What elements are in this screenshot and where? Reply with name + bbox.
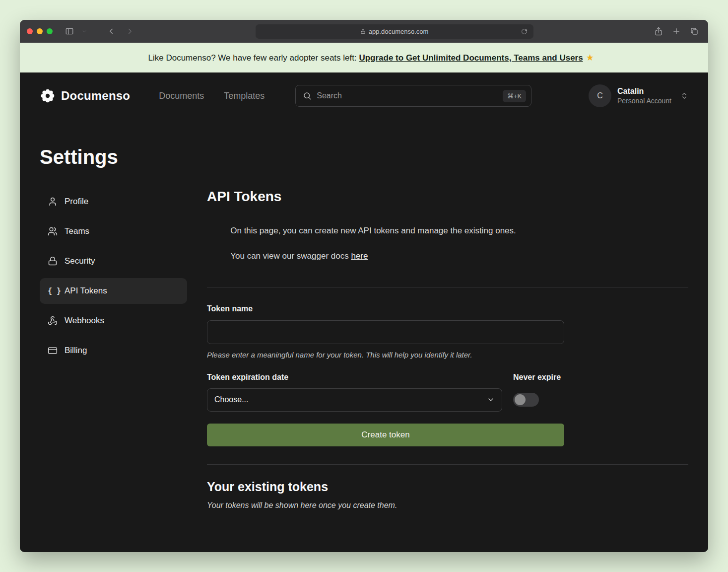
url-text: app.documenso.com: [369, 28, 429, 35]
account-labels: Catalin Personal Account: [617, 86, 671, 106]
forward-button[interactable]: [123, 24, 137, 39]
credit-card-icon: [48, 346, 58, 356]
promo-banner: Like Documenso? We have few early adopte…: [20, 43, 708, 72]
sidebar-item-label: Billing: [65, 346, 87, 356]
existing-tokens-title: Your existing tokens: [207, 480, 688, 494]
address-bar[interactable]: app.documenso.com: [256, 24, 533, 39]
api-tokens-panel: API Tokens On this page, you can create …: [207, 189, 688, 510]
sidebar-item-label: Security: [65, 256, 95, 266]
description-line2: You can view our swagger docs: [230, 251, 351, 261]
sidebar-item-webhooks[interactable]: Webhooks: [40, 308, 187, 334]
expiration-label: Token expiration date: [207, 373, 502, 382]
settings-layout: Profile Teams Security { } API Tokens We…: [40, 189, 688, 510]
sidebar-item-profile[interactable]: Profile: [40, 189, 187, 214]
users-icon: [48, 226, 58, 236]
user-icon: [48, 197, 58, 207]
description-line1: On this page, you can create new API tok…: [230, 226, 516, 235]
chrome-right-controls: [652, 24, 701, 39]
top-nav: Documents Templates: [159, 91, 265, 101]
brand-logo[interactable]: Documenso: [40, 88, 130, 104]
sidebar-item-label: Teams: [65, 226, 89, 236]
account-type: Personal Account: [617, 96, 671, 106]
webhook-icon: [48, 316, 58, 326]
expiration-row: Token expiration date Never expire Choos…: [207, 373, 564, 412]
expiration-select[interactable]: Choose...: [207, 388, 502, 412]
swagger-docs-link[interactable]: here: [351, 251, 368, 261]
panel-description: On this page, you can create new API tok…: [207, 212, 688, 275]
sidebar-item-label: API Tokens: [65, 286, 107, 296]
account-name: Catalin: [617, 86, 671, 97]
chevron-down-icon: [487, 396, 495, 404]
lock-icon: [360, 29, 366, 34]
chevrons-up-down-icon: [680, 92, 688, 100]
app-header: Documenso Documents Templates ⌘+K C Cata…: [40, 72, 688, 119]
sidebar-item-teams[interactable]: Teams: [40, 218, 187, 244]
back-button[interactable]: [104, 24, 118, 39]
existing-tokens-empty-text: Your tokens will be shown here once you …: [207, 501, 688, 510]
nav-documents[interactable]: Documents: [159, 91, 204, 101]
zoom-button[interactable]: [47, 28, 53, 34]
chrome-left-controls: [63, 24, 137, 39]
minimize-button[interactable]: [37, 28, 43, 34]
page-title: Settings: [40, 146, 688, 168]
expiration-value: Choose...: [214, 395, 248, 404]
sidebar-item-billing[interactable]: Billing: [40, 338, 187, 363]
search-icon: [303, 91, 312, 100]
sidebar-item-security[interactable]: Security: [40, 248, 187, 274]
never-expire-label: Never expire: [513, 373, 564, 382]
search-box[interactable]: ⌘+K: [295, 85, 531, 107]
braces-icon: { }: [48, 286, 58, 295]
avatar: C: [589, 84, 611, 107]
sidebar-item-api-tokens[interactable]: { } API Tokens: [40, 278, 187, 304]
search-input[interactable]: [317, 91, 498, 100]
settings-sidebar: Profile Teams Security { } API Tokens We…: [40, 189, 187, 510]
divider: [207, 287, 688, 287]
chevron-down-icon[interactable]: [77, 24, 91, 39]
promo-text: Like Documenso? We have few early adopte…: [148, 53, 359, 63]
star-icon: ★: [586, 53, 594, 63]
toggle-knob: [515, 394, 526, 405]
refresh-icon[interactable]: [518, 24, 531, 39]
upgrade-link[interactable]: Upgrade to Get Unlimited Documents, Team…: [359, 53, 583, 63]
close-button[interactable]: [27, 28, 33, 34]
nav-templates[interactable]: Templates: [224, 91, 265, 101]
share-icon[interactable]: [652, 24, 665, 39]
tab-overview-icon[interactable]: [687, 24, 701, 39]
lock-icon: [48, 256, 58, 266]
documenso-logo-icon: [40, 88, 56, 104]
token-form: Token name Please enter a meaningful nam…: [207, 304, 688, 446]
token-name-input[interactable]: [207, 320, 564, 344]
never-expire-toggle[interactable]: [513, 393, 539, 407]
app-root: Documenso Documents Templates ⌘+K C Cata…: [20, 72, 708, 552]
divider: [207, 464, 688, 465]
search-shortcut-badge: ⌘+K: [503, 90, 526, 102]
brand-name: Documenso: [61, 89, 130, 103]
sidebar-item-label: Profile: [65, 197, 88, 207]
create-token-button[interactable]: Create token: [207, 424, 564, 446]
token-name-hint: Please enter a meaningful name for your …: [207, 351, 688, 359]
account-menu[interactable]: C Catalin Personal Account: [589, 84, 688, 107]
browser-window: app.documenso.com Like Documenso? We hav…: [20, 20, 708, 552]
browser-chrome: app.documenso.com: [20, 20, 708, 43]
new-tab-icon[interactable]: [669, 24, 683, 39]
sidebar-item-label: Webhooks: [65, 316, 104, 326]
traffic-lights: [27, 28, 53, 34]
sidebar-toggle-icon[interactable]: [63, 24, 76, 39]
panel-title: API Tokens: [207, 189, 688, 205]
token-name-label: Token name: [207, 304, 688, 313]
